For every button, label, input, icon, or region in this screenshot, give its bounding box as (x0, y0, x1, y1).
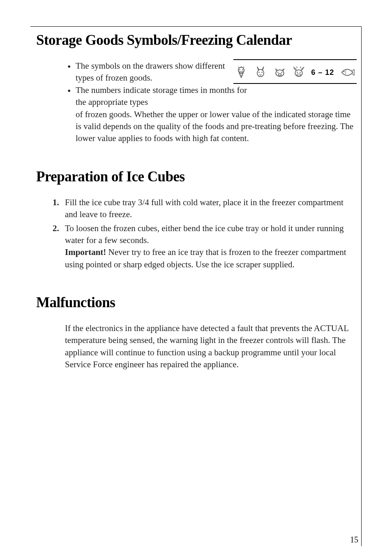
page-content: Storage Goods Symbols/Freezing Calendar (36, 32, 356, 395)
list-item: 2. To loosen the frozen cubes, either be… (53, 222, 356, 271)
rabbit-icon (254, 66, 267, 79)
svg-point-5 (261, 72, 263, 73)
svg-point-8 (281, 72, 282, 73)
section-ice-cubes: Preparation of Ice Cubes 1. Fill the ice… (36, 169, 356, 271)
svg-point-4 (258, 72, 260, 73)
heading-malfunctions: Malfunctions (36, 294, 356, 311)
malfunctions-paragraph: If the electronics in the appliance have… (65, 322, 356, 371)
bullet-text-line1: The numbers indicate storage times in mo… (76, 84, 248, 109)
svg-point-3 (257, 70, 264, 77)
important-text: Never try to free an ice tray that is fr… (65, 247, 346, 269)
svg-point-2 (242, 69, 243, 70)
bullet-text: The symbols on the drawers show differen… (76, 61, 225, 83)
cow-icon (292, 66, 306, 79)
section-storage-goods: Storage Goods Symbols/Freezing Calendar (36, 32, 356, 145)
freezing-symbols-panel: 6 – 12 (233, 59, 357, 84)
heading-ice-cubes: Preparation of Ice Cubes (36, 169, 356, 185)
svg-point-14 (300, 72, 301, 73)
fish-icon (339, 66, 356, 79)
storage-months-label: 6 – 12 (311, 68, 334, 77)
pig-icon (273, 66, 287, 79)
step-text: Fill the ice cube tray 3/4 full with col… (65, 197, 344, 219)
step-text: To loosen the frozen cubes, either bend … (65, 223, 344, 245)
svg-point-16 (344, 71, 345, 72)
svg-point-15 (297, 74, 301, 76)
page-number: 15 (350, 535, 358, 544)
step-number: 1. (53, 197, 59, 208)
svg-point-13 (297, 72, 298, 73)
svg-point-10 (279, 74, 279, 75)
bullet-continuation: of frozen goods. Whether the upper or lo… (67, 109, 356, 145)
list-item: 1. Fill the ice cube tray 3/4 full with … (53, 197, 356, 221)
list-item: The numbers indicate storage times in mo… (67, 84, 356, 109)
step-number: 2. (53, 222, 59, 234)
svg-point-7 (277, 72, 279, 73)
panel-top-rule (233, 59, 357, 60)
important-label: Important! (65, 247, 106, 257)
ice-cubes-steps: 1. Fill the ice cube tray 3/4 full with … (53, 197, 356, 271)
svg-point-9 (278, 74, 281, 76)
section-malfunctions: Malfunctions If the electronics in the a… (36, 294, 356, 371)
svg-point-12 (295, 70, 302, 76)
list-item: The symbols on the drawers show differen… (67, 60, 240, 84)
heading-storage-goods: Storage Goods Symbols/Freezing Calendar (36, 32, 356, 49)
svg-point-11 (280, 74, 281, 75)
panel-bottom-rule (233, 83, 357, 84)
symbols-row: 6 – 12 (233, 66, 357, 79)
